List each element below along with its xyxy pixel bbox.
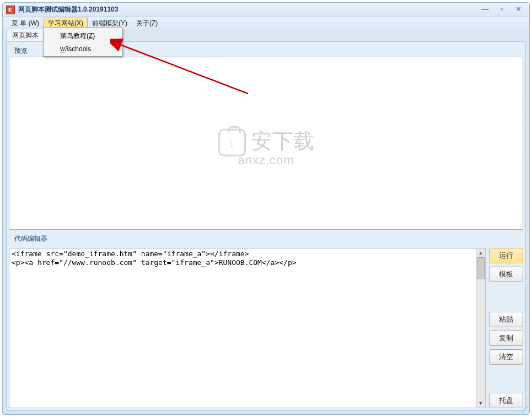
menu-item-about[interactable]: 关于(Z): [132, 18, 162, 29]
button-column: 运行 模板 粘贴 复制 清空 托盘: [489, 248, 523, 408]
clear-button[interactable]: 清空: [489, 349, 523, 365]
tab-webscript[interactable]: 网页脚本: [6, 29, 45, 41]
tray-button[interactable]: 托盘: [489, 393, 523, 408]
close-button[interactable]: ✕: [510, 5, 526, 15]
template-button[interactable]: 模板: [489, 267, 523, 282]
paste-button[interactable]: 粘贴: [489, 312, 523, 327]
scroll-thumb[interactable]: [477, 257, 485, 279]
scroll-up-icon[interactable]: ▲: [476, 248, 485, 257]
client-area: 预览 安下载 anxz.com 代码编辑器 <iframe src="demo_…: [6, 41, 526, 411]
app-icon: ◧: [6, 6, 15, 14]
learn-sites-dropdown: 菜鸟教程(Z) w3schools: [43, 28, 122, 57]
scroll-down-icon[interactable]: ▼: [476, 399, 485, 408]
run-button[interactable]: 运行: [489, 248, 523, 263]
code-label: 代码编辑器: [9, 232, 523, 245]
title-bar[interactable]: ◧ 网页脚本测试编辑器1.0.20191103 — ▫ ✕: [3, 3, 529, 17]
minimize-button[interactable]: —: [477, 5, 493, 15]
dropdown-item-runoob[interactable]: 菜鸟教程(Z): [45, 29, 121, 43]
menu-item-main[interactable]: 菜 单 (W): [7, 18, 44, 29]
watermark-line2: anxz.com: [218, 153, 314, 167]
watermark: 安下载 anxz.com: [218, 127, 314, 167]
dropdown-item-label: 菜鸟教程(Z): [60, 32, 95, 40]
preview-panel[interactable]: 安下载 anxz.com: [9, 57, 523, 230]
app-window: ◧ 网页脚本测试编辑器1.0.20191103 — ▫ ✕ 菜 单 (W) 学习…: [2, 2, 530, 415]
code-scrollbar[interactable]: ▲ ▼: [476, 248, 486, 408]
dropdown-item-w3schools[interactable]: w3schools: [45, 43, 121, 55]
watermark-line1: 安下载: [251, 129, 314, 153]
dropdown-item-label: w3schools: [60, 45, 91, 53]
code-editor[interactable]: <iframe src="demo_iframe.htm" name="ifra…: [9, 248, 476, 408]
code-section: <iframe src="demo_iframe.htm" name="ifra…: [9, 248, 523, 408]
window-title: 网页脚本测试编辑器1.0.20191103: [18, 5, 118, 14]
resize-grip[interactable]: ⋰: [520, 405, 528, 413]
copy-button[interactable]: 复制: [489, 331, 523, 346]
maximize-button[interactable]: ▫: [494, 5, 509, 15]
